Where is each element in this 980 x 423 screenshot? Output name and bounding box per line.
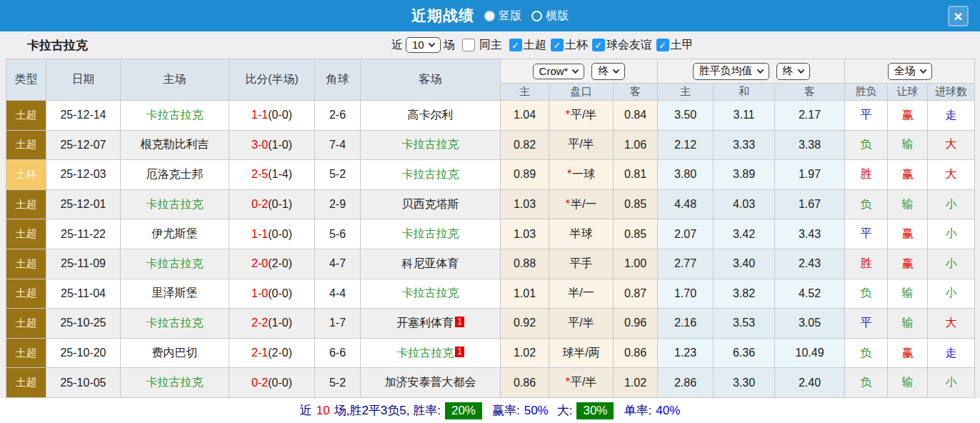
big-rate-badge: 30% [576,402,614,419]
match-result-cell: 平 [845,219,888,249]
team-name[interactable]: 卡拉古拉克 [146,198,204,210]
team-name[interactable]: 卡拉古拉克 [396,347,454,359]
team-name[interactable]: 伊尤斯堡 [152,227,198,239]
asia-away-odds-cell: 0.96 [614,309,658,339]
table-row: 土杯25-12-03厄洛克士邦2-5(1-4)5-2卡拉古拉克0.89*一球0.… [6,160,975,190]
team-name[interactable]: 卡拉古拉克 [402,287,459,299]
goals-result-cell: 大 [928,130,975,160]
europe-draw-odds-cell: 6.36 [714,338,775,368]
home-team-cell[interactable]: 卡拉古拉克 [121,309,229,339]
radio-vertical-label: 竖版 [499,9,521,24]
team-name[interactable]: 厄洛克士邦 [146,168,204,180]
close-button[interactable]: × [948,6,969,26]
league-type-cell: 土超 [6,279,46,309]
goals-scope-select[interactable]: 全场 [888,63,932,80]
asia-home-odds-cell: 0.86 [501,368,549,398]
home-team-cell[interactable]: 卡拉古拉克 [121,368,229,398]
col-header-away: 客场 [361,59,501,101]
radio-selected-icon[interactable] [484,11,495,21]
home-team-cell[interactable]: 卡拉古拉克 [121,249,229,279]
team-name[interactable]: 科尼亚体育 [402,257,459,269]
goals-scope-select-value: 全场 [894,64,916,78]
team-name[interactable]: 卡拉古拉克 [402,168,459,180]
same-home-checkbox[interactable] [462,39,475,51]
away-team-cell[interactable]: 加济安泰普大都会 [361,368,501,398]
subheader-asia-away: 客 [614,84,658,101]
league-checkbox[interactable]: ✓ [592,39,605,51]
asia-home-odds-cell: 1.01 [501,279,549,309]
away-team-cell[interactable]: 贝西克塔斯 [361,189,501,219]
home-team-cell[interactable]: 根克勒比利吉 [121,130,229,160]
home-team-cell[interactable]: 里泽斯堡 [121,279,229,309]
away-team-cell[interactable]: 卡拉古拉克1 [361,338,501,368]
league-checkbox-label: 土超 [524,38,546,53]
europe-away-odds-cell: 2.17 [775,101,845,131]
half-score: (1-0) [268,139,292,151]
games-count-select[interactable]: 10 [406,37,441,53]
home-team-cell[interactable]: 卡拉古拉克 [121,189,229,219]
away-team-cell[interactable]: 科尼亚体育 [361,249,501,279]
layout-radio-vertical[interactable]: 竖版 [484,9,521,24]
results-table: 类型 日期 主场 比分(半场) 角球 客场 Crow* 终 [6,59,975,398]
home-team-cell[interactable]: 卡拉古拉克 [121,101,229,131]
team-name[interactable]: 卡拉古拉克 [146,376,204,388]
europe-away-odds-cell: 10.49 [775,338,845,368]
asia-time-select[interactable]: 终 [591,63,625,80]
league-checkbox[interactable]: ✓ [551,39,564,51]
team-name[interactable]: 高卡尔利 [408,109,454,121]
match-result-cell: 胜 [845,160,888,190]
team-name[interactable]: 开塞利体育 [396,317,454,329]
goals-result-cell: 大 [928,160,975,190]
europe-home-odds-cell: 1.70 [658,279,714,309]
subheader-goals: 进球数 [928,84,975,101]
away-team-cell[interactable]: 卡拉古拉克 [361,130,501,160]
asia-handicap-cell: 平手 [549,249,614,279]
full-score: 1-1 [251,109,268,121]
layout-radio-horizontal[interactable]: 横版 [531,9,569,24]
europe-type-select[interactable]: 胜平负均值 [693,63,769,80]
away-team-cell[interactable]: 开塞利体育1 [361,309,501,339]
team-name[interactable]: 卡拉古拉克 [146,109,204,121]
league-checkbox[interactable]: ✓ [656,39,669,51]
near-label: 近 [391,38,403,53]
europe-home-odds-cell: 2.16 [658,309,714,339]
team-name[interactable]: 卡拉古拉克 [146,257,204,269]
handicap-result-cell: 输 [888,130,928,160]
goals-result-cell: 大 [928,309,975,339]
away-team-cell[interactable]: 卡拉古拉克 [361,160,501,190]
europe-draw-odds-cell: 3.82 [714,279,775,309]
home-team-cell[interactable]: 伊尤斯堡 [121,219,229,249]
asia-home-odds-cell: 1.02 [501,338,549,368]
score-cell: 2-2(1-0) [229,309,315,339]
asia-odds-header: Crow* 终 [501,59,658,84]
team-name[interactable]: 卡拉古拉克 [402,138,459,150]
league-checkbox[interactable]: ✓ [509,39,522,51]
team-name[interactable]: 贝西克塔斯 [402,198,459,210]
europe-draw-odds-cell: 3.53 [714,309,775,339]
footer-single-label: 单率: [624,402,651,419]
europe-time-select[interactable]: 终 [776,63,810,80]
table-row: 土超25-11-09卡拉古拉克2-0(2-0)4-7科尼亚体育0.88平手1.0… [6,249,975,279]
match-result-cell: 负 [845,338,888,368]
team-name[interactable]: 费内巴切 [152,347,198,359]
bookmaker-select[interactable]: Crow* [533,64,585,79]
team-name[interactable]: 卡拉古拉克 [402,227,459,239]
full-score: 1-1 [251,228,268,240]
away-team-cell[interactable]: 卡拉古拉克 [361,279,501,309]
home-team-cell[interactable]: 厄洛克士邦 [121,160,229,190]
radio-unselected-icon[interactable] [531,11,542,21]
full-score: 0-2 [251,198,268,210]
team-name[interactable]: 根克勒比利吉 [141,138,209,150]
full-score: 2-1 [251,347,268,359]
team-name[interactable]: 加济安泰普大都会 [385,376,476,388]
team-name[interactable]: 里泽斯堡 [152,287,198,299]
europe-odds-header: 胜平负均值 终 [658,59,845,84]
home-team-cell[interactable]: 费内巴切 [121,338,229,368]
away-team-cell[interactable]: 高卡尔利 [361,101,501,131]
europe-away-odds-cell: 2.40 [775,368,845,398]
team-name[interactable]: 卡拉古拉克 [146,317,204,329]
away-team-cell[interactable]: 卡拉古拉克 [361,219,501,249]
date-cell: 25-10-05 [46,368,121,398]
europe-away-odds-cell: 1.67 [775,189,845,219]
league-type-cell: 土超 [6,338,46,368]
